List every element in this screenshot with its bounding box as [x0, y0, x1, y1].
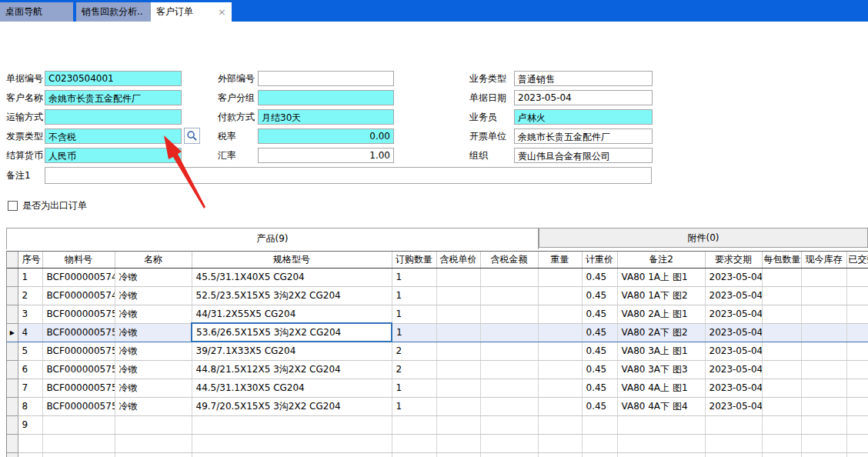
- col-header-remark2[interactable]: 备注2: [617, 252, 705, 268]
- cell-material-no[interactable]: BCF0000005755: [42, 397, 115, 415]
- cell-order-qty[interactable]: 1: [392, 379, 436, 397]
- row-indicator[interactable]: [7, 305, 18, 323]
- cell-current-stock[interactable]: [801, 452, 846, 457]
- col-header-product-name[interactable]: 名称: [115, 252, 192, 268]
- cell-spec-model[interactable]: 49.7/20.5X15X5 3沟2X2 CG204: [192, 397, 392, 415]
- cell-seq[interactable]: 9: [18, 415, 42, 434]
- cell-spec-model[interactable]: 44.8/21.5X12X5 3沟2X2 CG204: [192, 360, 392, 379]
- cell-weight[interactable]: [538, 360, 582, 379]
- cell-price-incl-tax[interactable]: [436, 360, 480, 379]
- cell-weight-price[interactable]: 0.45: [582, 286, 617, 305]
- cell-remark2[interactable]: VA80 3A下 图3: [617, 360, 705, 379]
- cell-delivered[interactable]: [846, 415, 868, 434]
- cell-amount-incl-tax[interactable]: [480, 434, 538, 452]
- cell-material-no[interactable]: BCF0000005754: [42, 379, 115, 397]
- cell-material-no[interactable]: [42, 415, 115, 434]
- cell-weight-price[interactable]: [582, 434, 617, 452]
- exchange-rate-field[interactable]: 1.00: [258, 148, 394, 163]
- col-header-material-no[interactable]: 物料号: [42, 252, 115, 268]
- cell-current-stock[interactable]: [801, 379, 846, 397]
- row-indicator[interactable]: [7, 360, 18, 379]
- cell-required-delivery[interactable]: 2023-05-04: [705, 397, 762, 415]
- cell-material-no[interactable]: BCF0000005753: [42, 360, 115, 379]
- cell-remark2[interactable]: VA80 4A上 图1: [617, 379, 705, 397]
- salesperson-field[interactable]: 卢林火: [514, 109, 653, 125]
- cell-required-delivery[interactable]: 2023-05-04: [705, 360, 762, 379]
- cell-weight[interactable]: [538, 305, 582, 323]
- cell-order-qty[interactable]: [392, 452, 436, 457]
- cell-remark2[interactable]: [617, 452, 705, 457]
- cell-current-stock[interactable]: [801, 360, 846, 379]
- cell-seq[interactable]: 2: [18, 286, 42, 305]
- cell-per-pack-qty[interactable]: [762, 379, 801, 397]
- cell-weight-price[interactable]: 0.45: [582, 323, 617, 342]
- cell-current-stock[interactable]: [801, 323, 846, 342]
- cell-required-delivery[interactable]: [705, 452, 762, 457]
- cell-amount-incl-tax[interactable]: [480, 415, 538, 434]
- cell-price-incl-tax[interactable]: [436, 415, 480, 434]
- doc-number-field[interactable]: C0230504001: [45, 71, 182, 86]
- cell-delivered[interactable]: [846, 397, 868, 415]
- col-header-spec-model[interactable]: 规格型号: [192, 252, 392, 268]
- cell-required-delivery[interactable]: 2023-05-04: [705, 323, 762, 342]
- cell-remark2[interactable]: VA80 2A下 图2: [617, 323, 705, 342]
- cell-price-incl-tax[interactable]: [436, 379, 480, 397]
- cell-product-name[interactable]: 冷镦: [115, 305, 192, 323]
- cell-seq[interactable]: [18, 434, 42, 452]
- col-header-per-pack-qty[interactable]: 每包数量: [762, 252, 801, 268]
- cell-remark2[interactable]: VA80 1A下 图2: [617, 286, 705, 305]
- cell-weight-price[interactable]: [582, 415, 617, 434]
- cell-seq[interactable]: 3: [18, 305, 42, 323]
- cell-required-delivery[interactable]: 2023-05-04: [705, 342, 762, 360]
- cell-product-name[interactable]: 冷镦: [115, 379, 192, 397]
- cell-order-qty[interactable]: [392, 415, 436, 434]
- cell-required-delivery[interactable]: 2023-05-04: [705, 379, 762, 397]
- cell-per-pack-qty[interactable]: [762, 452, 801, 457]
- cell-per-pack-qty[interactable]: [762, 415, 801, 434]
- cell-current-stock[interactable]: [801, 268, 846, 286]
- cell-weight[interactable]: [538, 268, 582, 286]
- cell-spec-model[interactable]: 44/31.2X55X5 CG204: [192, 305, 392, 323]
- cell-order-qty[interactable]: [392, 434, 436, 452]
- cell-material-no[interactable]: BCF0000005748: [42, 268, 115, 286]
- cell-delivered[interactable]: [846, 452, 868, 457]
- cell-current-stock[interactable]: [801, 415, 846, 434]
- cell-amount-incl-tax[interactable]: [480, 286, 538, 305]
- cell-amount-incl-tax[interactable]: [480, 397, 538, 415]
- col-header-order-qty[interactable]: 订购数量: [392, 252, 436, 268]
- settlement-currency-field[interactable]: 人民币: [45, 148, 182, 163]
- external-number-field[interactable]: [258, 71, 394, 86]
- cell-required-delivery[interactable]: 2023-05-04: [705, 286, 762, 305]
- cell-spec-model[interactable]: 52.5/23.5X15X5 3沟2X2 CG204: [192, 286, 392, 305]
- cell-seq[interactable]: 5: [18, 342, 42, 360]
- cell-required-delivery[interactable]: [705, 434, 762, 452]
- cell-weight-price[interactable]: 0.45: [582, 397, 617, 415]
- cell-weight-price[interactable]: 0.45: [582, 342, 617, 360]
- cell-remark2[interactable]: [617, 415, 705, 434]
- tab-customer-order[interactable]: 客户订单 ×: [151, 2, 232, 22]
- cell-amount-incl-tax[interactable]: [480, 379, 538, 397]
- row-indicator[interactable]: [7, 268, 18, 286]
- cell-current-stock[interactable]: [801, 342, 846, 360]
- cell-weight-price[interactable]: 0.45: [582, 379, 617, 397]
- cell-seq[interactable]: 8: [18, 397, 42, 415]
- cell-delivered[interactable]: [846, 286, 868, 305]
- cell-amount-incl-tax[interactable]: [480, 268, 538, 286]
- cell-seq[interactable]: 4: [18, 323, 42, 342]
- cell-seq[interactable]: 1: [18, 268, 42, 286]
- cell-current-stock[interactable]: [801, 305, 846, 323]
- cell-price-incl-tax[interactable]: [436, 305, 480, 323]
- row-indicator[interactable]: [7, 397, 18, 415]
- cell-current-stock[interactable]: [801, 286, 846, 305]
- business-type-field[interactable]: 普通销售: [514, 71, 653, 86]
- cell-per-pack-qty[interactable]: [762, 397, 801, 415]
- customer-name-field[interactable]: 余姚市长贵五金配件厂: [45, 90, 182, 105]
- cell-delivered[interactable]: [846, 434, 868, 452]
- cell-delivered[interactable]: [846, 360, 868, 379]
- cell-spec-model[interactable]: 44.5/31.1X30X5 CG204: [192, 379, 392, 397]
- col-header-weight[interactable]: 重量: [538, 252, 582, 268]
- cell-remark2[interactable]: VA80 4A下 图4: [617, 397, 705, 415]
- payment-method-field[interactable]: 月结30天: [258, 109, 394, 125]
- cell-weight[interactable]: [538, 397, 582, 415]
- cell-spec-model[interactable]: 53.6/26.5X15X5 3沟2X2 CG204: [192, 323, 392, 342]
